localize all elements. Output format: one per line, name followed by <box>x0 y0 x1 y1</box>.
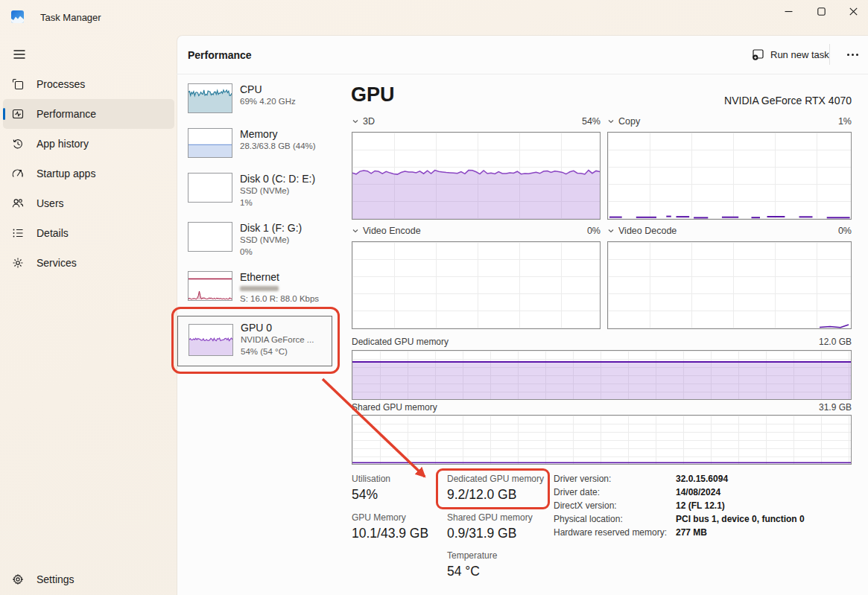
window-title: Task Manager <box>40 12 101 23</box>
chart-label: Copy <box>618 116 640 127</box>
sidebar-item-label: Performance <box>37 108 96 120</box>
chevron-down-icon[interactable] <box>607 227 615 235</box>
gpu-section-title: GPU <box>351 83 395 106</box>
selected-accent-bar <box>3 108 5 120</box>
stat-temperature: Temperature 54 °C <box>447 550 497 579</box>
chart-header-video-encode: Video Encode 0% <box>352 226 601 236</box>
sidebar-item-label: Users <box>37 197 64 209</box>
chart-label: Shared GPU memory <box>352 402 437 413</box>
run-new-task-label: Run new task <box>770 49 829 60</box>
sidebar-item-label: Startup apps <box>37 168 95 179</box>
sidebar-item-label: Processes <box>37 78 85 90</box>
stat-utilisation: Utilisation 54% <box>352 474 390 503</box>
ethernet-adapter-redacted <box>240 286 279 291</box>
perf-item-sub: SSD (NVMe) <box>240 235 302 246</box>
detail-driver-version: Driver version: 32.0.15.6094 <box>554 474 728 484</box>
maximize-button[interactable] <box>805 0 837 22</box>
memory-mini-chart <box>188 128 232 158</box>
perf-item-disk1[interactable]: Disk 1 (F: G:) SSD (NVMe) 0% <box>188 222 302 258</box>
perf-item-name: GPU 0 <box>241 322 314 334</box>
chevron-down-icon[interactable] <box>352 118 359 125</box>
services-icon <box>12 257 24 269</box>
chart-label: 3D <box>363 116 375 127</box>
chart-value: 0% <box>587 226 601 236</box>
close-button[interactable] <box>838 0 868 22</box>
minimize-button[interactable] <box>771 0 805 22</box>
perf-item-sub: SSD (NVMe) <box>240 185 315 197</box>
detail-hardware-reserved-memory: Hardware reserved memory: 277 MB <box>554 527 707 538</box>
sidebar-item-label: App history <box>37 138 89 150</box>
gpu-copy-chart <box>607 132 852 220</box>
chart-label: Dedicated GPU memory <box>352 337 449 347</box>
chevron-down-icon[interactable] <box>352 227 359 235</box>
sidebar-item-performance[interactable]: Performance <box>3 99 174 129</box>
sidebar-item-label: Details <box>37 227 69 239</box>
perf-item-memory[interactable]: Memory 28.3/63.8 GB (44%) <box>188 128 316 158</box>
detail-driver-date: Driver date: 14/08/2024 <box>554 487 720 497</box>
chart-value: 0% <box>838 226 852 236</box>
sidebar-item-users[interactable]: Users <box>3 188 174 218</box>
perf-item-cpu[interactable]: CPU 69% 4.20 GHz <box>188 83 296 113</box>
chart-header-copy: Copy 1% <box>607 116 852 127</box>
header-divider <box>829 44 830 65</box>
gpu-video-decode-chart <box>607 241 852 329</box>
run-new-task-button[interactable]: Run new task <box>747 43 834 66</box>
sidebar-item-label: Services <box>37 257 77 269</box>
chart-scale: 31.9 GB <box>819 402 852 413</box>
detail-physical-location: Physical location: PCI bus 1, device 0, … <box>554 514 805 524</box>
sidebar-item-label: Settings <box>37 573 75 585</box>
gpu-video-encode-chart <box>352 241 601 329</box>
hamburger-menu-button[interactable] <box>6 42 33 67</box>
users-icon <box>12 197 24 209</box>
gpu-device-name: NVIDIA GeForce RTX 4070 <box>724 95 852 106</box>
chart-header-3d: 3D 54% <box>352 116 601 127</box>
titlebar: Task Manager <box>0 0 868 35</box>
sidebar-item-details[interactable]: Details <box>3 218 174 248</box>
gpu0-mini-chart <box>189 324 233 356</box>
perf-item-sub: NVIDIA GeForce ... <box>241 334 314 346</box>
dedicated-gpu-memory-chart <box>352 350 852 400</box>
perf-item-ethernet[interactable]: Ethernet S: 16.0 R: 88.0 Kbps <box>188 271 319 305</box>
stat-dedicated-gpu-memory: Dedicated GPU memory 9.2/12.0 GB <box>447 474 544 503</box>
perf-item-sub: 0% <box>240 246 302 258</box>
chart-value: 54% <box>582 116 601 127</box>
task-manager-window: Task Manager Processes <box>0 0 868 595</box>
more-options-button[interactable] <box>839 43 866 66</box>
detail-directx-version: DirectX version: 12 (FL 12.1) <box>554 500 725 511</box>
sidebar-item-app-history[interactable]: App history <box>3 129 174 159</box>
chart-label: Video Encode <box>363 226 421 236</box>
stat-gpu-memory: GPU Memory 10.1/43.9 GB <box>352 512 428 541</box>
gpu-3d-chart <box>352 132 601 220</box>
disk0-mini-chart <box>188 173 232 203</box>
dedicated-memory-chart-header: Dedicated GPU memory 12.0 GB <box>352 337 852 347</box>
sidebar-item-startup-apps[interactable]: Startup apps <box>3 159 174 188</box>
chart-header-video-decode: Video Decode 0% <box>607 226 852 236</box>
perf-item-name: Disk 1 (F: G:) <box>240 222 302 234</box>
sidebar-item-services[interactable]: Services <box>3 248 174 278</box>
shared-memory-chart-header: Shared GPU memory 31.9 GB <box>352 402 852 413</box>
perf-item-name: Memory <box>240 128 316 140</box>
perf-item-sub: 69% 4.20 GHz <box>240 96 296 107</box>
cpu-mini-chart <box>188 83 232 113</box>
sidebar-item-processes[interactable]: Processes <box>3 69 174 99</box>
perf-item-gpu0-selected[interactable]: GPU 0 NVIDIA GeForce ... 54% (54 °C) <box>177 316 332 366</box>
sidebar-item-settings[interactable]: Settings <box>3 564 174 594</box>
chevron-down-icon[interactable] <box>607 118 615 125</box>
ethernet-mini-chart <box>188 271 232 301</box>
run-new-task-icon <box>752 48 764 61</box>
perf-item-name: Disk 0 (C: D: E:) <box>240 173 315 185</box>
details-icon <box>12 227 24 239</box>
startup-apps-icon <box>12 168 24 179</box>
chart-scale: 12.0 GB <box>819 337 852 347</box>
perf-item-sub: 1% <box>240 197 315 209</box>
chart-label: Video Decode <box>618 226 677 236</box>
shared-gpu-memory-chart <box>352 415 852 465</box>
disk1-mini-chart <box>188 222 232 252</box>
perf-item-name: CPU <box>240 83 296 95</box>
perf-item-sub: 28.3/63.8 GB (44%) <box>240 141 316 152</box>
stat-shared-gpu-memory: Shared GPU memory 0.9/31.9 GB <box>447 512 533 541</box>
perf-item-disk0[interactable]: Disk 0 (C: D: E:) SSD (NVMe) 1% <box>188 173 315 209</box>
task-manager-app-icon <box>11 10 24 23</box>
perf-item-name: Ethernet <box>240 271 319 283</box>
gear-icon <box>12 573 24 585</box>
